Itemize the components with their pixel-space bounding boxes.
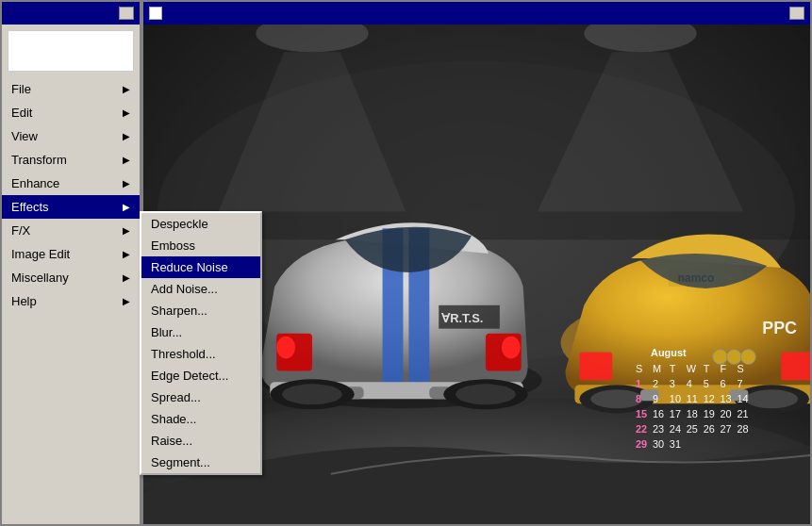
svg-text:1: 1 <box>636 378 641 389</box>
menu-item-image-edit[interactable]: Image Edit▶ <box>2 242 140 266</box>
svg-text:26: 26 <box>704 423 715 435</box>
menu-label: File <box>11 82 31 96</box>
menu-label: Edit <box>11 106 32 120</box>
imagemagick-titlebar <box>143 2 810 25</box>
effects-submenu: DespeckleEmbossReduce NoiseAdd Noise...S… <box>140 211 262 475</box>
svg-text:17: 17 <box>670 408 681 419</box>
svg-text:W: W <box>687 363 697 374</box>
menu-label: Effects <box>11 200 49 214</box>
svg-point-40 <box>456 384 516 404</box>
svg-text:6: 6 <box>721 378 726 389</box>
commands-menu: File▶Edit▶View▶Transform▶Enhance▶Effects… <box>2 77 140 313</box>
commands-close-button[interactable] <box>119 7 134 20</box>
imagemagick-title-icon <box>149 7 162 20</box>
menu-item-fx[interactable]: F/X▶ <box>2 219 140 242</box>
svg-text:27: 27 <box>721 423 732 435</box>
svg-text:9: 9 <box>653 393 658 404</box>
menu-label: Enhance <box>11 176 59 190</box>
svg-rect-11 <box>579 353 612 381</box>
submenu-item-emboss[interactable]: Emboss <box>141 235 260 256</box>
submenu-item-threshold[interactable]: Threshold... <box>141 343 260 365</box>
menu-item-miscellany[interactable]: Miscellany▶ <box>2 266 140 289</box>
menu-label: Miscellany <box>11 271 69 285</box>
svg-text:15: 15 <box>636 408 647 419</box>
svg-text:31: 31 <box>670 438 681 450</box>
svg-text:29: 29 <box>636 438 647 450</box>
svg-text:11: 11 <box>687 393 698 404</box>
commands-titlebar <box>2 2 140 25</box>
svg-text:28: 28 <box>737 423 748 435</box>
svg-point-33 <box>502 337 521 359</box>
svg-text:4: 4 <box>687 378 692 389</box>
menu-item-file[interactable]: File▶ <box>2 77 140 101</box>
svg-text:19: 19 <box>704 408 715 419</box>
svg-text:∀R.T.S.: ∀R.T.S. <box>440 311 483 325</box>
svg-point-38 <box>282 384 342 404</box>
menu-item-transform[interactable]: Transform▶ <box>2 148 140 172</box>
submenu-item-reduce-noise[interactable]: Reduce Noise <box>141 256 260 278</box>
svg-point-19 <box>745 389 798 408</box>
svg-text:12: 12 <box>704 393 715 404</box>
svg-text:S: S <box>737 363 743 374</box>
arrow-icon: ▶ <box>123 178 130 189</box>
arrow-icon: ▶ <box>123 155 130 165</box>
menu-label: F/X <box>11 223 30 238</box>
svg-text:18: 18 <box>687 408 698 419</box>
submenu-item-add-noise[interactable]: Add Noise... <box>141 278 260 300</box>
svg-text:M: M <box>653 363 661 374</box>
menu-label: View <box>11 129 38 143</box>
svg-text:5: 5 <box>704 378 709 389</box>
arrow-icon: ▶ <box>123 84 130 94</box>
arrow-icon: ▶ <box>123 107 130 118</box>
menu-item-view[interactable]: View▶ <box>2 124 140 148</box>
arrow-icon: ▶ <box>123 296 130 306</box>
svg-text:2: 2 <box>653 378 658 389</box>
svg-text:23: 23 <box>653 423 664 435</box>
submenu-item-despeckle[interactable]: Despeckle <box>141 213 260 235</box>
arrow-icon: ▶ <box>123 272 130 283</box>
svg-text:22: 22 <box>636 423 647 435</box>
svg-text:PPC: PPC <box>762 319 797 337</box>
imagemagick-close-button[interactable] <box>789 7 804 20</box>
submenu-item-shade[interactable]: Shade... <box>141 408 260 430</box>
menu-item-enhance[interactable]: Enhance▶ <box>2 172 140 195</box>
svg-text:3: 3 <box>670 378 675 389</box>
svg-text:7: 7 <box>737 378 742 389</box>
svg-text:20: 20 <box>721 408 732 419</box>
submenu-item-segment[interactable]: Segment... <box>141 452 260 473</box>
svg-text:August: August <box>651 348 687 359</box>
submenu-item-edge-detect[interactable]: Edge Detect... <box>141 365 260 386</box>
menu-label: Image Edit <box>11 247 70 261</box>
svg-point-24 <box>740 350 755 365</box>
svg-text:13: 13 <box>721 393 732 404</box>
svg-text:F: F <box>721 363 727 374</box>
submenu-item-spread[interactable]: Spread... <box>141 386 260 408</box>
submenu-item-blur[interactable]: Blur... <box>141 321 260 343</box>
arrow-icon: ▶ <box>123 202 130 212</box>
svg-text:14: 14 <box>737 393 748 404</box>
submenu-item-sharpen[interactable]: Sharpen... <box>141 300 260 321</box>
arrow-icon: ▶ <box>123 131 130 141</box>
submenu-item-raise[interactable]: Raise... <box>141 430 260 452</box>
svg-text:25: 25 <box>687 423 698 435</box>
arrow-icon: ▶ <box>123 249 130 259</box>
svg-text:24: 24 <box>670 423 681 435</box>
menu-label: Help <box>11 294 37 308</box>
svg-text:10: 10 <box>670 393 681 404</box>
svg-text:8: 8 <box>636 393 641 404</box>
svg-text:30: 30 <box>653 438 664 450</box>
arrow-icon: ▶ <box>123 225 130 236</box>
menu-item-help[interactable]: Help▶ <box>2 289 140 313</box>
svg-text:T: T <box>670 363 676 374</box>
svg-rect-12 <box>781 353 810 381</box>
svg-point-23 <box>727 350 742 365</box>
menu-item-edit[interactable]: Edit▶ <box>2 101 140 124</box>
svg-text:S: S <box>636 363 642 374</box>
menu-label: Transform <box>11 153 67 167</box>
commands-logo <box>8 30 134 72</box>
svg-text:16: 16 <box>653 408 664 419</box>
svg-point-22 <box>713 350 728 365</box>
svg-text:T: T <box>704 363 710 374</box>
menu-item-effects[interactable]: Effects▶ <box>2 195 140 219</box>
svg-point-31 <box>276 337 295 359</box>
